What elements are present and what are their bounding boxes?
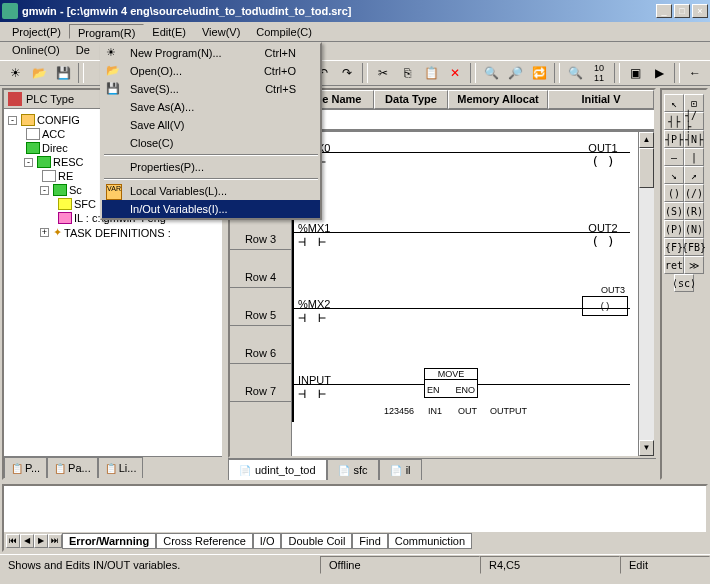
tb-paste-icon[interactable]: 📋 [420,62,442,84]
tb-monitor-icon[interactable]: ▣ [624,62,646,84]
tb-cut-icon[interactable]: ✂ [372,62,394,84]
tb-copy-icon[interactable]: ⎘ [396,62,418,84]
menu-project[interactable]: Project(P) [4,24,69,39]
coil[interactable]: OUT2( ) [588,222,618,249]
expand-icon[interactable]: - [24,158,33,167]
menu-debug[interactable]: De [68,42,98,60]
tab-comm[interactable]: Communiction [388,533,472,549]
tab-io[interactable]: I/O [253,533,282,549]
tab-nav-prev-icon[interactable]: ◀ [20,534,34,548]
tool-ncoil2-icon[interactable]: (N) [684,220,704,238]
tb-new-icon[interactable]: ☀ [4,62,26,84]
ladder-diagram[interactable]: %MX0⊣ ⊢ OUT1( ) %MX1⊣ ⊢ OUT2( ) %MX2⊣ ⊢ … [292,132,638,456]
contact[interactable]: INPUT⊣ ⊢ [298,374,328,401]
contact[interactable]: %MX2⊣ ⊢ [298,298,328,325]
tool-up-icon[interactable]: ↗ [684,166,704,184]
menu-save-all[interactable]: Save All(V) [102,116,320,134]
tool-jump-icon[interactable]: ≫ [684,256,704,274]
menu-save[interactable]: 💾Save(S)...Ctrl+S [102,80,320,98]
menu-program[interactable]: Program(R) [69,24,144,39]
tab-p[interactable]: 📋P... [4,457,47,478]
tool-fb-icon[interactable]: {FB} [684,238,704,256]
expand-icon[interactable]: - [8,116,17,125]
maximize-button[interactable]: □ [674,4,690,18]
col-dtype[interactable]: Data Type [374,90,448,109]
tool-vline-icon[interactable]: | [684,148,704,166]
tab-dcoil[interactable]: Double Coil [281,533,352,549]
tb-find-icon[interactable]: 🔍 [480,62,502,84]
close-button[interactable]: × [692,4,708,18]
menu-compile[interactable]: Compile(C) [248,24,320,39]
scroll-up-icon[interactable]: ▲ [639,132,654,148]
tool-pcoil-icon[interactable]: (P) [664,220,684,238]
tb-open-icon[interactable]: 📂 [28,62,50,84]
contact[interactable]: %MX1⊣ ⊢ [298,222,328,249]
col-init[interactable]: Initial V [548,90,654,109]
tab-nav-last-icon[interactable]: ⏭ [48,534,62,548]
expand-icon[interactable]: - [40,186,49,195]
tab-nav-next-icon[interactable]: ▶ [34,534,48,548]
tab-sfc[interactable]: 📄sfc [327,459,379,480]
program-menu-dropdown: ☀New Program(N)...Ctrl+N 📂Open(O)...Ctrl… [100,42,322,220]
menu-view[interactable]: View(V) [194,24,248,39]
tool-coil-icon[interactable]: () [664,184,684,202]
menu-properties[interactable]: Properties(P)... [102,158,320,176]
tb-delete-icon[interactable]: ✕ [444,62,466,84]
tb-findnext-icon[interactable]: 🔎 [504,62,526,84]
tab-udint[interactable]: 📄udint_to_tod [228,459,327,480]
function-block[interactable]: MOVE EN ENO [424,368,478,398]
tool-nc-contact-icon[interactable]: ┤/├ [684,112,704,130]
tb-zoom-icon[interactable]: 🔍 [564,62,586,84]
tab-cross[interactable]: Cross Reference [156,533,253,549]
menu-online[interactable]: Online(O) [4,42,68,60]
minimize-button[interactable]: _ [656,4,672,18]
menu-inout-variables[interactable]: In/Out Variables(I)... [102,200,320,218]
tb-save-icon[interactable]: 💾 [52,62,74,84]
tool-ncoil-icon[interactable]: (/) [684,184,704,202]
menu-new-program[interactable]: ☀New Program(N)...Ctrl+N [102,44,320,62]
row-label: Row 7 [230,364,291,402]
tool-ret-icon[interactable]: ret [664,256,684,274]
tool-p-contact-icon[interactable]: ┤P├ [664,130,684,148]
folder-icon [26,142,40,154]
menu-edit[interactable]: Edit(E) [144,24,194,39]
statusbar: Shows and Edits IN/OUT variables. Offlin… [0,554,710,574]
coil[interactable]: OUT1( ) [588,142,618,169]
tb-redo-icon[interactable]: ↷ [336,62,358,84]
ladder-toolbox: ↖⊡ ┤├┤/├ ┤P├┤N├ —| ↘↗ ()(/) (S)(R) (P)(N… [660,88,708,480]
menu-close[interactable]: Close(C) [102,134,320,152]
tab-il[interactable]: 📄il [379,459,422,480]
status-help: Shows and Edits IN/OUT variables. [0,556,320,574]
coil-boxed[interactable]: OUT3( ) [582,296,628,316]
tb-grid-icon[interactable]: 1011 [588,62,610,84]
tb-arrow-icon[interactable]: ← [684,62,706,84]
expand-icon[interactable]: + [40,228,49,237]
tool-reset-icon[interactable]: (R) [684,202,704,220]
titlebar: gmwin - [c:\gmwin 4 eng\source\udint_to_… [0,0,710,22]
col-mem[interactable]: Memory Allocat [448,90,548,109]
tool-no-contact-icon[interactable]: ┤├ [664,112,684,130]
doc-icon [26,128,40,140]
row-label: Row 5 [230,288,291,326]
scroll-thumb[interactable] [639,148,654,188]
tool-set-icon[interactable]: (S) [664,202,684,220]
scroll-down-icon[interactable]: ▼ [639,440,654,456]
tool-hline-icon[interactable]: — [664,148,684,166]
tab-nav-first-icon[interactable]: ⏮ [6,534,20,548]
vertical-scrollbar[interactable]: ▲ ▼ [638,132,654,456]
tool-down-icon[interactable]: ↘ [664,166,684,184]
menu-open[interactable]: 📂Open(O)...Ctrl+O [102,62,320,80]
tool-n-contact-icon[interactable]: ┤N├ [684,130,704,148]
tab-li[interactable]: 📋Li... [98,457,144,478]
output-content[interactable] [4,486,706,532]
status-pos: R4,C5 [480,556,620,574]
menu-save-as[interactable]: Save As(A)... [102,98,320,116]
menu-local-variables[interactable]: VARLocal Variables(L)... [102,182,320,200]
tb-run-icon[interactable]: ▶ [648,62,670,84]
tab-find[interactable]: Find [352,533,387,549]
tab-error[interactable]: Error/Warnning [62,533,156,549]
tool-pointer-icon[interactable]: ↖ [664,94,684,112]
tb-replace-icon[interactable]: 🔁 [528,62,550,84]
tab-pa[interactable]: 📋Pa... [47,457,98,478]
tool-sc-icon[interactable]: ⟨sc⟩ [674,274,694,292]
